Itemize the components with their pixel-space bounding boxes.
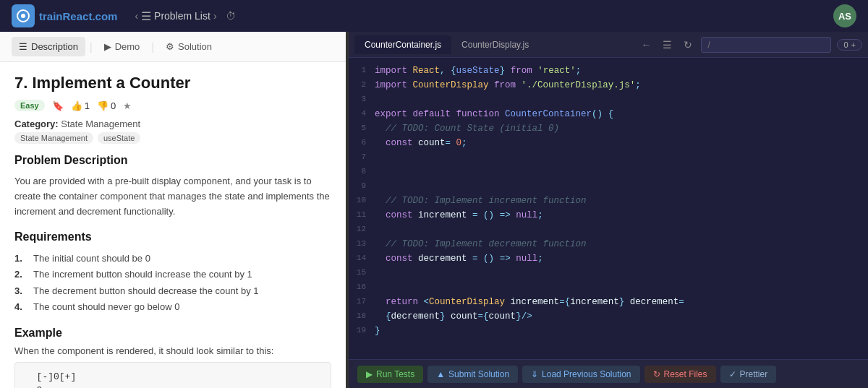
code-editor[interactable]: 1 import React, {useState} from 'react';… [349,58,868,359]
avatar: AS [833,4,856,27]
code-line-6: 6 const count= 0; [349,136,868,150]
reset-files-button[interactable]: ↻ Reset Files [644,366,716,383]
code-line-7: 7 [349,150,868,165]
editor-tab-counter-display[interactable]: CounterDisplay.js [451,35,539,54]
editor-list-btn[interactable]: ☰ [660,38,675,52]
reset-icon: ↻ [653,369,660,379]
downvote-btn[interactable]: 👎 0 [97,100,116,111]
code-line-8: 8 [349,165,868,179]
bookmark-icon: 🔖 [52,100,64,111]
requirements-list: 1. The initial count should be 0 2. The … [14,251,331,314]
left-panel: ☰ Description | ▶ Demo | ⚙ Solution 7. I… [0,32,346,388]
upvote-btn[interactable]: 👍 1 [71,100,90,111]
submit-icon: ▲ [436,369,445,379]
editor-tab-counter-container[interactable]: CounterContainer.js [354,35,451,54]
code-line-4: 4 export default function CounterContain… [349,107,868,121]
bottom-toolbar: ▶ Run Tests ▲ Submit Solution ⇓ Load Pre… [349,359,868,388]
description-text: You are provided with a pre-built displa… [14,174,331,219]
code-line-15: 15 [349,266,868,280]
code-line-12: 12 [349,223,868,237]
test-counter: 0 + [837,39,862,51]
requirement-item-3: 3. The decrement button should decrease … [14,283,331,299]
code-line-17: 17 return <CounterDisplay increment={inc… [349,295,868,309]
code-line-16: 16 [349,280,868,295]
tab-solution[interactable]: ⚙ Solution [158,37,219,56]
code-line-19: 19 } [349,324,868,338]
code-line-9: 9 [349,179,868,194]
code-line-5: 5 // TODO: Count State (initial 0) [349,121,868,136]
requirement-item-1: 1. The initial count should be 0 [14,251,331,267]
run-tests-button[interactable]: ▶ Run Tests [357,366,423,383]
editor-back-btn[interactable]: ← [638,38,654,52]
description-icon: ☰ [19,41,27,52]
top-navigation: trainReact.com ‹ ☰ Problem List › ⏱ AS [0,0,868,32]
category-tags: State Management useState [14,132,331,144]
nav-next-chevron[interactable]: › [213,10,217,22]
code-line-10: 10 // TODO: Implement increment function [349,194,868,208]
thumbs-down-icon: 👎 [97,100,109,111]
code-line-11: 11 const increment = () => null; [349,208,868,223]
code-line-2: 2 import CounterDisplay from './CounterD… [349,78,868,92]
nav-problem-list[interactable]: ☰ Problem List [141,9,210,23]
problem-title: 7. Implement a Counter [14,74,331,92]
bookmark-btn[interactable]: 🔖 [52,100,64,111]
editor-refresh-btn[interactable]: ↻ [681,38,695,52]
svg-point-1 [21,14,25,18]
tag-usestate[interactable]: useState [98,132,140,144]
star-icon: ★ [123,100,132,111]
editor-search-input[interactable] [701,37,831,53]
play-icon: ▶ [366,369,373,379]
nav-prev-chevron[interactable]: ‹ [135,10,138,22]
tab-bar: ☰ Description | ▶ Demo | ⚙ Solution [0,32,346,62]
tab-separator-2: | [151,41,154,53]
menu-icon: ☰ [141,9,151,23]
demo-icon: ▶ [104,41,111,52]
tab-demo[interactable]: ▶ Demo [97,37,148,56]
difficulty-badge: Easy [14,100,45,111]
example-code: [-]0[+] 2 [14,362,331,388]
tab-separator-1: | [90,41,93,53]
submit-solution-button[interactable]: ▲ Submit Solution [427,366,518,383]
editor-tab-bar: CounterContainer.js CounterDisplay.js ← … [349,32,868,58]
badges-row: Easy 🔖 👍 1 👎 0 ★ [14,100,331,111]
check-icon: ✓ [729,369,736,379]
logo-icon [12,4,35,27]
tag-state-management[interactable]: State Management [14,132,93,144]
solution-icon: ⚙ [166,41,174,52]
description-title: Problem Description [14,154,331,167]
timer-icon[interactable]: ⏱ [226,10,236,22]
right-panel: CounterContainer.js CounterDisplay.js ← … [349,32,868,388]
requirement-item-4: 4. The count should never go below 0 [14,299,331,315]
prettier-button[interactable]: ✓ Prettier [720,366,777,383]
code-line-13: 13 // TODO: Implement decrement function [349,237,868,251]
logo-text: trainReact.com [39,10,117,22]
tab-description[interactable]: ☰ Description [12,37,85,56]
logo[interactable]: trainReact.com [12,4,117,27]
code-line-3: 3 [349,92,868,107]
load-previous-button[interactable]: ⇓ Load Previous Solution [522,366,639,383]
download-icon: ⇓ [531,369,538,379]
category-row: Category: State Management [14,118,331,129]
star-btn[interactable]: ★ [123,100,132,111]
requirement-item-2: 2. The increment button should increase … [14,267,331,283]
code-line-1: 1 import React, {useState} from 'react'; [349,64,868,78]
requirements-title: Requirements [14,230,331,243]
example-text: When the component is rendered, it shoul… [14,345,331,356]
editor-controls: ← ☰ ↻ 0 + [638,37,862,53]
content-area: 7. Implement a Counter Easy 🔖 👍 1 👎 0 [0,62,346,388]
example-title: Example [14,327,331,340]
thumbs-up-icon: 👍 [71,100,82,111]
code-line-14: 14 const decrement = () => null; [349,251,868,266]
code-line-18: 18 {decrement} count={count}/> [349,309,868,324]
main-layout: ☰ Description | ▶ Demo | ⚙ Solution 7. I… [0,32,868,388]
